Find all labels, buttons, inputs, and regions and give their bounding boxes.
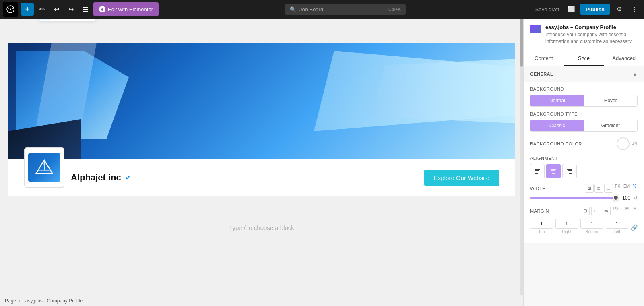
status-bar: Page › easy.jobs - Company Profile <box>0 295 523 306</box>
margin-row: Margin ⊡ □ ▭ PX EM % <box>530 207 638 215</box>
canvas-area: Alphajet inc ✔ Explore Our Website Type … <box>0 19 523 295</box>
scrollbar-track[interactable] <box>520 19 523 295</box>
scrollbar-thumb[interactable] <box>520 19 523 67</box>
margin-bottom-box: 1 Bottom <box>580 219 603 234</box>
color-picker-button[interactable] <box>617 137 630 150</box>
margin-icon-1[interactable]: ⊡ <box>581 207 590 215</box>
bg-color-row: Background Color ↺ <box>530 137 638 150</box>
undo-button[interactable]: ↩ <box>50 3 63 16</box>
margin-left-box: 1 Left <box>606 219 629 234</box>
general-section-content: BACKGROUND Normal Hover Background Type … <box>524 82 644 243</box>
save-draft-button[interactable]: Save draft <box>532 6 562 12</box>
company-info: Alphajet inc ✔ <box>71 172 424 183</box>
align-center-button[interactable] <box>546 164 561 178</box>
alignment-group <box>530 164 638 178</box>
company-profile-row: Alphajet inc ✔ Explore Our Website <box>8 159 515 196</box>
placeholder-text: Type / to choose a block <box>229 224 294 231</box>
toolbar-right: Save draft ⬜ Publish ⚙ ⋮ <box>532 3 641 16</box>
hero-shape-4 <box>362 59 515 123</box>
hero-section <box>8 43 515 159</box>
hero-shapes <box>8 43 515 159</box>
margin-top-value[interactable]: 1 <box>530 219 553 229</box>
margin-unit-px[interactable]: PX <box>612 207 620 215</box>
width-link-icon[interactable]: ⊡ <box>585 184 594 193</box>
margin-right-box: 1 Right <box>555 219 578 234</box>
alignment-label: Alignment <box>530 156 638 161</box>
tab-style[interactable]: Style <box>564 51 604 66</box>
margin-icon-2[interactable]: □ <box>591 207 600 215</box>
margin-icon-group: ⊡ □ ▭ PX EM % <box>581 207 638 215</box>
width-box-icon[interactable]: □ <box>594 184 603 193</box>
bg-color-label: Background Color <box>530 141 582 146</box>
align-right-button[interactable] <box>562 164 577 178</box>
breadcrumb-item: easy.jobs - Company Profile <box>23 298 83 304</box>
right-panel: Page Block ✕ easy.jobs – Company Profile… <box>523 0 644 306</box>
unit-group: ⊡ □ ▭ PX EM % <box>585 184 638 193</box>
alphajet-logo-svg <box>34 159 54 177</box>
margin-right-value[interactable]: 1 <box>555 219 578 229</box>
normal-hover-toggle: Normal Hover <box>530 95 638 107</box>
width-value: 100 <box>619 195 630 201</box>
list-view-button[interactable]: ☰ <box>79 3 92 16</box>
hover-toggle-button[interactable]: Hover <box>584 95 638 106</box>
svg-point-1 <box>10 9 11 10</box>
normal-toggle-button[interactable]: Normal <box>530 95 584 106</box>
tab-content[interactable]: Content <box>524 51 564 66</box>
bg-type-label: Background Type <box>530 112 638 116</box>
verified-icon: ✔ <box>125 173 131 182</box>
align-right-icon <box>567 169 572 174</box>
bg-type-toggle: Classic Gradient <box>530 120 638 132</box>
width-slider-thumb[interactable] <box>613 195 619 201</box>
width-row: Width ⊡ □ ▭ PX EM % <box>530 184 638 193</box>
margin-top-box: 1 Top <box>530 219 553 234</box>
edit-elementor-button[interactable]: e Edit with Elementor <box>93 2 159 16</box>
block-icon <box>530 25 541 33</box>
general-label: General <box>530 72 553 76</box>
unit-pct[interactable]: % <box>632 184 638 193</box>
search-bar[interactable]: 🔍 Job Board Ctrl+K <box>285 4 406 15</box>
search-icon: 🔍 <box>290 6 296 12</box>
main-toolbar: + ✏ ↩ ↪ ☰ e Edit with Elementor 🔍 Job Bo… <box>0 0 644 19</box>
placeholder-area[interactable]: Type / to choose a block <box>8 208 515 247</box>
gradient-type-button[interactable]: Gradient <box>584 120 638 131</box>
width-reset-icon[interactable]: ↺ <box>634 195 638 201</box>
unit-px[interactable]: PX <box>614 184 621 193</box>
classic-type-button[interactable]: Classic <box>530 120 584 131</box>
margin-bottom-label: Bottom <box>580 229 603 234</box>
background-label: BACKGROUND <box>530 87 638 91</box>
margin-top-label: Top <box>530 229 553 234</box>
margin-values: 1 Top 1 Right 1 Bottom 1 <box>530 219 628 234</box>
breadcrumb-separator: › <box>19 298 20 304</box>
unit-em[interactable]: EM <box>622 184 631 193</box>
margin-unit-em[interactable]: EM <box>621 207 630 215</box>
panel-content: General ▲ BACKGROUND Normal Hover Backgr… <box>524 66 644 306</box>
add-block-button[interactable]: + <box>21 3 34 16</box>
publish-button[interactable]: Publish <box>580 4 610 15</box>
style-tabs: Content Style Advanced <box>524 51 644 66</box>
preview-button[interactable]: ⬜ <box>565 3 578 16</box>
company-logo <box>24 147 64 188</box>
company-logo-inner <box>28 153 60 182</box>
edit-tools-button[interactable]: ✏ <box>35 3 48 16</box>
margin-link-icon[interactable]: 🔗 <box>631 224 638 231</box>
wordpress-icon <box>6 5 14 13</box>
general-section-header[interactable]: General ▲ <box>524 66 644 82</box>
margin-left-label: Left <box>606 229 629 234</box>
settings-button[interactable]: ⚙ <box>613 3 625 16</box>
redo-button[interactable]: ↪ <box>64 3 77 16</box>
margin-left-value[interactable]: 1 <box>606 219 629 229</box>
search-shortcut: Ctrl+K <box>388 7 401 12</box>
breadcrumb-page[interactable]: Page <box>5 298 16 304</box>
margin-icon-3[interactable]: ▭ <box>602 207 611 215</box>
margin-bottom-value[interactable]: 1 <box>580 219 603 229</box>
wp-logo[interactable] <box>3 2 18 17</box>
more-options-button[interactable]: ⋮ <box>628 3 641 16</box>
width-screen-icon[interactable]: ▭ <box>604 184 613 193</box>
align-left-button[interactable] <box>530 164 545 178</box>
elementor-icon: e <box>99 6 105 12</box>
margin-unit-pct[interactable]: % <box>632 207 638 215</box>
width-slider[interactable] <box>530 197 616 199</box>
tab-advanced[interactable]: Advanced <box>604 51 644 66</box>
block-info-text: easy.jobs – Company Profile Introduce yo… <box>545 24 638 45</box>
explore-website-button[interactable]: Explore Our Website <box>424 170 499 186</box>
